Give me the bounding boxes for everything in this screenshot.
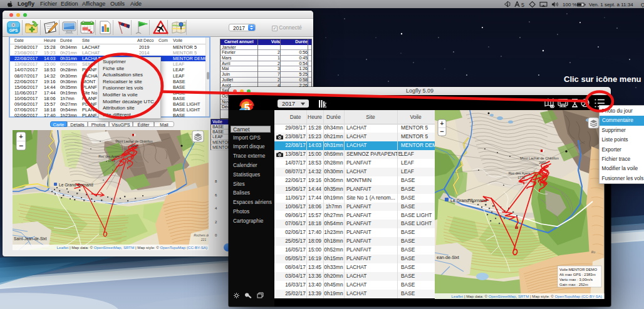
svg-text:2050: 2050 xyxy=(130,144,137,148)
svg-text:GPS: GPS xyxy=(9,28,18,33)
svg-text:+: + xyxy=(19,133,23,140)
svg-text:Le Grand-Bornand: Le Grand-Bornand xyxy=(450,198,487,203)
svg-text:1773: 1773 xyxy=(517,176,525,180)
svg-text:5: 5 xyxy=(521,2,524,8)
svg-text:Mont Lachat de Châtillon: Mont Lachat de Châtillon xyxy=(520,156,559,160)
svg-text:Alt max GPS : 2383m: Alt max GPS : 2383m xyxy=(559,273,596,276)
svg-text:Ro: Ro xyxy=(591,250,596,254)
svg-text:Gain max : 252m: Gain max : 252m xyxy=(559,283,588,286)
svg-text:+: + xyxy=(440,120,444,127)
svg-text:Leaflet | Map data: © OpenStre: Leaflet | Map data: © OpenStreetMap, SRT… xyxy=(57,245,207,250)
svg-text:221: 221 xyxy=(200,238,207,241)
svg-text:−: − xyxy=(440,128,444,135)
svg-text:Mont Lachat de Châtillon: Mont Lachat de Châtillon xyxy=(115,139,153,143)
svg-text:−: − xyxy=(19,141,23,150)
svg-text:Leaflet | Map data: © OpenStre: Leaflet | Map data: © OpenStreetMap, SRT… xyxy=(452,294,602,298)
svg-text:1773: 1773 xyxy=(108,159,115,163)
svg-text:Rochers de: Rochers de xyxy=(194,233,209,237)
svg-text:Roc des Ayers: Roc des Ayers xyxy=(509,171,531,175)
svg-text:Saint-Jean-de-Sixt: Saint-Jean-de-Sixt xyxy=(14,236,47,241)
svg-text:Voile:MENTOR DEMO: Voile:MENTOR DEMO xyxy=(559,268,598,271)
svg-text:Roc des Ayers: Roc des Ayers xyxy=(98,154,120,158)
svg-text:Vario max : 3,00m/s: Vario max : 3,00m/s xyxy=(559,278,593,281)
svg-text:ean-de-Sixt: ean-de-Sixt xyxy=(437,255,459,260)
svg-text:Le Grand-Bornand: Le Grand-Bornand xyxy=(59,183,93,187)
svg-text:2050: 2050 xyxy=(539,161,546,165)
